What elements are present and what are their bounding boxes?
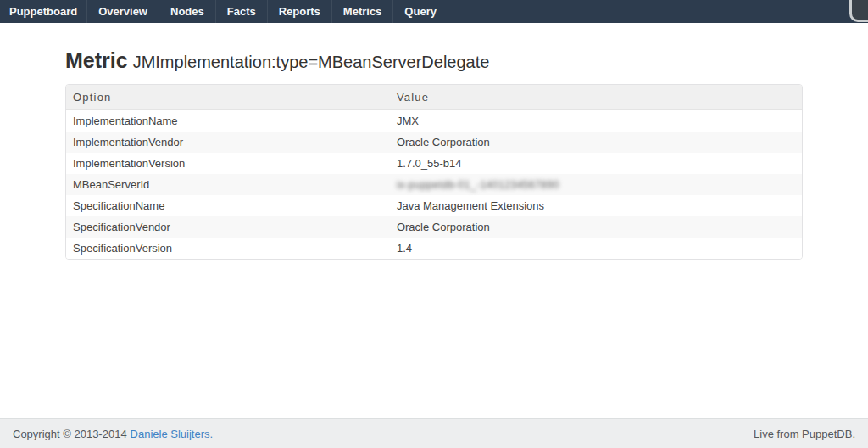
table-row: SpecificationName Java Management Extens… xyxy=(66,195,802,216)
value-cell: ix-puppetdb-01_-1401234567890 xyxy=(390,174,802,195)
nav-item-facts[interactable]: Facts xyxy=(216,0,268,23)
table-row: SpecificationVersion 1.4 xyxy=(66,238,802,259)
option-cell: SpecificationName xyxy=(66,195,390,216)
table-row: ImplementationVendor Oracle Corporation xyxy=(66,132,802,153)
nav-brand-puppetboard[interactable]: Puppetboard xyxy=(0,0,87,23)
value-cell: JMX xyxy=(390,110,802,132)
value-cell: Oracle Corporation xyxy=(390,132,802,153)
footer-status: Live from PuppetDB. xyxy=(754,428,855,440)
corner-scroll-artifact xyxy=(848,0,868,23)
value-cell: Oracle Corporation xyxy=(390,216,802,238)
table-row: ImplementationName JMX xyxy=(66,110,802,132)
page-footer: Copyright © 2013-2014Daniele Sluijters. … xyxy=(0,418,868,448)
nav-item-metrics[interactable]: Metrics xyxy=(332,0,394,23)
option-cell: ImplementationVersion xyxy=(66,153,390,174)
nav-item-query[interactable]: Query xyxy=(393,0,448,23)
value-cell: 1.7.0_55-b14 xyxy=(390,153,802,174)
nav-item-reports[interactable]: Reports xyxy=(268,0,332,23)
option-cell: SpecificationVersion xyxy=(66,238,390,259)
column-header-option: Option xyxy=(66,85,390,110)
main-content: MetricJMImplementation:type=MBeanServerD… xyxy=(0,48,868,260)
table-row: MBeanServerId ix-puppetdb-01_-1401234567… xyxy=(66,174,802,195)
top-navbar: Puppetboard Overview Nodes Facts Reports… xyxy=(0,0,868,23)
copyright-text: Copyright © 2013-2014 xyxy=(13,428,127,440)
page-title-prefix: Metric xyxy=(65,48,128,72)
value-cell: 1.4 xyxy=(390,238,802,259)
table-row: SpecificationVendor Oracle Corporation xyxy=(66,216,802,238)
column-header-value: Value xyxy=(390,85,802,110)
table-row: ImplementationVersion 1.7.0_55-b14 xyxy=(66,153,802,174)
option-cell: ImplementationVendor xyxy=(66,132,390,153)
puppetboard-metric-page: Puppetboard Overview Nodes Facts Reports… xyxy=(0,0,868,448)
footer-copyright: Copyright © 2013-2014Daniele Sluijters. xyxy=(13,428,213,440)
value-cell: Java Management Extensions xyxy=(390,195,802,216)
corner-scroll-artifact-pill xyxy=(849,0,868,22)
table-header-row: Option Value xyxy=(66,85,802,110)
option-cell: SpecificationVendor xyxy=(66,216,390,238)
redacted-mbean-server-id: ix-puppetdb-01_-1401234567890 xyxy=(397,179,559,191)
page-title: MetricJMImplementation:type=MBeanServerD… xyxy=(65,48,803,73)
option-cell: MBeanServerId xyxy=(66,174,390,195)
metric-values-table: Option Value ImplementationName JMX Impl… xyxy=(65,84,803,260)
nav-item-overview[interactable]: Overview xyxy=(87,0,159,23)
option-cell: ImplementationName xyxy=(66,110,390,132)
page-title-metric-name: JMImplementation:type=MBeanServerDelegat… xyxy=(133,53,490,71)
author-link[interactable]: Daniele Sluijters. xyxy=(131,428,214,440)
nav-item-nodes[interactable]: Nodes xyxy=(159,0,216,23)
